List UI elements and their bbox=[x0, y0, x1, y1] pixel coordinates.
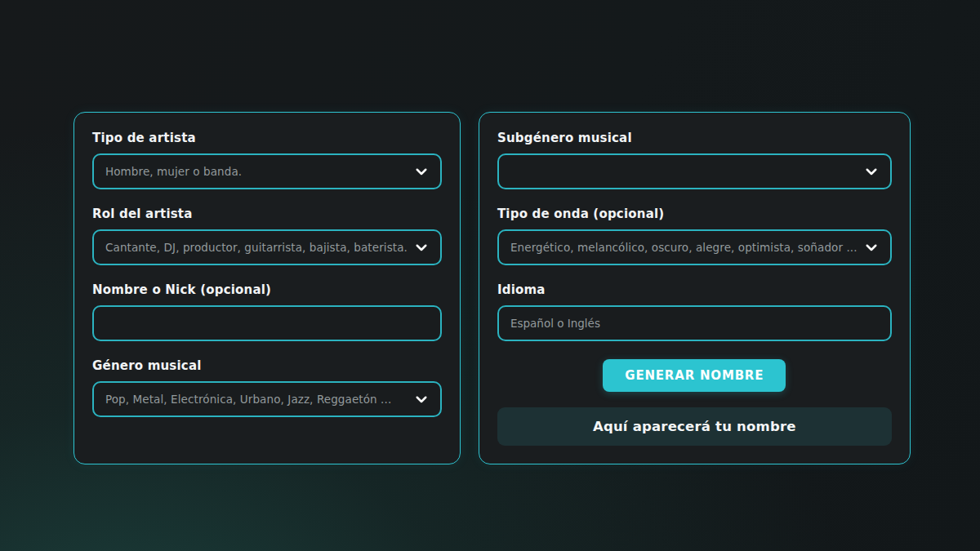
result-text: Aquí aparecerá tu nombre bbox=[593, 419, 796, 434]
tipo-de-artista-select[interactable]: Hombre, mujer o banda. bbox=[92, 153, 442, 189]
genero-musical-label: Género musical bbox=[92, 358, 442, 373]
tipo-de-onda-select-value: Energético, melancólico, oscuro, alegre,… bbox=[510, 241, 858, 254]
tipo-de-artista-label: Tipo de artista bbox=[92, 131, 442, 145]
idioma-group: Idioma bbox=[497, 282, 892, 341]
rol-del-artista-select[interactable]: Cantante, DJ, productor, guitarrista, ba… bbox=[92, 229, 442, 265]
form-panels-row: Tipo de artista Hombre, mujer o banda. R… bbox=[74, 112, 906, 464]
tipo-de-onda-label: Tipo de onda (opcional) bbox=[497, 207, 892, 221]
chevron-down-icon bbox=[414, 392, 429, 407]
rol-del-artista-label: Rol del artista bbox=[92, 207, 442, 221]
tipo-de-artista-group: Tipo de artista Hombre, mujer o banda. bbox=[92, 131, 442, 189]
subgenero-musical-select[interactable] bbox=[497, 153, 892, 189]
idioma-label: Idioma bbox=[497, 282, 892, 297]
rol-del-artista-select-value: Cantante, DJ, productor, guitarrista, ba… bbox=[105, 241, 408, 254]
genero-musical-group: Género musical Pop, Metal, Electrónica, … bbox=[92, 358, 442, 417]
tipo-de-artista-select-value: Hombre, mujer o banda. bbox=[105, 165, 408, 178]
options-form-panel: Subgénero musical Tipo de onda (opcional… bbox=[479, 112, 911, 464]
tipo-de-onda-select[interactable]: Energético, melancólico, oscuro, alegre,… bbox=[497, 229, 892, 265]
generar-nombre-button[interactable]: GENERAR NOMBRE bbox=[603, 359, 786, 392]
nombre-nick-label: Nombre o Nick (opcional) bbox=[92, 282, 442, 297]
idioma-input[interactable] bbox=[497, 305, 892, 341]
chevron-down-icon bbox=[864, 164, 879, 179]
subgenero-musical-group: Subgénero musical bbox=[497, 131, 892, 189]
subgenero-musical-label: Subgénero musical bbox=[497, 131, 892, 145]
rol-del-artista-group: Rol del artista Cantante, DJ, productor,… bbox=[92, 207, 442, 265]
chevron-down-icon bbox=[864, 240, 879, 255]
artist-form-panel: Tipo de artista Hombre, mujer o banda. R… bbox=[74, 112, 461, 464]
tipo-de-onda-group: Tipo de onda (opcional) Energético, mela… bbox=[497, 207, 892, 265]
chevron-down-icon bbox=[414, 164, 429, 179]
result-box: Aquí aparecerá tu nombre bbox=[497, 407, 892, 446]
genero-musical-select[interactable]: Pop, Metal, Electrónica, Urbano, Jazz, R… bbox=[92, 381, 442, 417]
genero-musical-select-value: Pop, Metal, Electrónica, Urbano, Jazz, R… bbox=[105, 393, 408, 406]
nombre-nick-input[interactable] bbox=[92, 305, 442, 341]
nombre-nick-group: Nombre o Nick (opcional) bbox=[92, 282, 442, 341]
chevron-down-icon bbox=[414, 240, 429, 255]
